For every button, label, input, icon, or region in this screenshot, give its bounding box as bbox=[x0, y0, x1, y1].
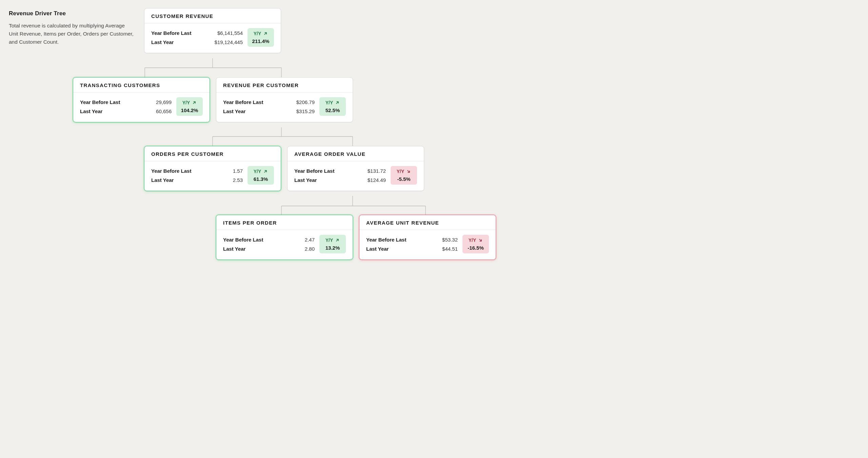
metric-label-ly: Last Year bbox=[366, 246, 389, 252]
arrow-up-right-icon bbox=[263, 31, 268, 36]
metric-label-ly: Last Year bbox=[151, 39, 174, 45]
page-title: Revenue Driver Tree bbox=[9, 10, 134, 17]
yoy-label: Y/Y bbox=[182, 100, 190, 105]
node-transacting-customers: TRANSACTING CUSTOMERS Year Before Last29… bbox=[73, 77, 210, 122]
arrow-up-right-icon bbox=[263, 169, 268, 174]
node-title: ITEMS PER ORDER bbox=[216, 215, 353, 230]
metric-value-ybl: $6,141,554 bbox=[217, 30, 243, 36]
metric-value-ly: $44.51 bbox=[442, 246, 458, 252]
metric-value-ly: 2.53 bbox=[233, 177, 243, 183]
yoy-badge: Y/Y 52.5% bbox=[319, 97, 346, 116]
metric-value-ybl: $206.79 bbox=[296, 99, 315, 105]
yoy-percent: 13.2% bbox=[326, 245, 340, 251]
yoy-percent: -16.5% bbox=[468, 245, 484, 251]
metric-value-ybl: $53.32 bbox=[442, 237, 458, 243]
intro-panel: Revenue Driver Tree Total revenue is cal… bbox=[9, 10, 134, 46]
metric-label-ly: Last Year bbox=[80, 108, 102, 114]
arrow-down-right-icon bbox=[406, 169, 411, 174]
node-items-per-order: ITEMS PER ORDER Year Before Last2.47 Las… bbox=[216, 215, 353, 260]
metric-label-ybl: Year Before Last bbox=[366, 237, 406, 243]
arrow-up-right-icon bbox=[335, 238, 340, 243]
metric-label-ybl: Year Before Last bbox=[223, 99, 263, 105]
yoy-label: Y/Y bbox=[254, 31, 261, 36]
metric-label-ybl: Year Before Last bbox=[294, 168, 334, 174]
arrow-up-right-icon bbox=[192, 100, 197, 105]
yoy-percent: -5.5% bbox=[397, 176, 410, 182]
metric-value-ybl: 1.57 bbox=[233, 168, 243, 174]
metric-label-ybl: Year Before Last bbox=[80, 99, 120, 105]
node-title: CUSTOMER REVENUE bbox=[144, 8, 281, 23]
metric-label-ly: Last Year bbox=[294, 177, 317, 183]
node-average-unit-revenue: AVERAGE UNIT REVENUE Year Before Last$53… bbox=[359, 215, 496, 260]
node-title: REVENUE PER CUSTOMER bbox=[216, 78, 353, 92]
metric-value-ybl: $131.72 bbox=[368, 168, 386, 174]
node-title: AVERAGE ORDER VALUE bbox=[288, 146, 424, 161]
yoy-percent: 52.5% bbox=[326, 107, 340, 113]
yoy-badge: Y/Y 104.2% bbox=[176, 97, 203, 116]
yoy-label: Y/Y bbox=[326, 100, 333, 105]
metric-value-ly: $124.49 bbox=[368, 177, 386, 183]
yoy-percent: 61.3% bbox=[254, 176, 268, 182]
metric-value-ly: $19,124,445 bbox=[215, 39, 243, 45]
yoy-label: Y/Y bbox=[469, 237, 476, 243]
yoy-label: Y/Y bbox=[397, 169, 405, 174]
metric-label-ybl: Year Before Last bbox=[223, 237, 263, 243]
yoy-badge: Y/Y 13.2% bbox=[319, 235, 346, 253]
yoy-badge: Y/Y 211.4% bbox=[248, 28, 274, 47]
metric-value-ybl: 29,699 bbox=[156, 99, 172, 105]
metric-value-ly: 60,656 bbox=[156, 108, 172, 114]
metric-value-ly: $315.29 bbox=[296, 108, 315, 114]
node-title: ORDERS PER CUSTOMER bbox=[144, 146, 281, 161]
yoy-label: Y/Y bbox=[254, 169, 261, 174]
node-customer-revenue: CUSTOMER REVENUE Year Before Last$6,141,… bbox=[144, 8, 281, 53]
yoy-badge: Y/Y -5.5% bbox=[391, 166, 417, 185]
node-title: TRANSACTING CUSTOMERS bbox=[73, 78, 210, 92]
metric-value-ybl: 2.47 bbox=[305, 237, 315, 243]
node-revenue-per-customer: REVENUE PER CUSTOMER Year Before Last$20… bbox=[216, 77, 353, 122]
node-title: AVERAGE UNIT REVENUE bbox=[359, 215, 496, 230]
metric-label-ly: Last Year bbox=[151, 177, 174, 183]
metric-label-ly: Last Year bbox=[223, 246, 245, 252]
yoy-badge: Y/Y -16.5% bbox=[462, 235, 489, 253]
yoy-percent: 104.2% bbox=[181, 107, 198, 113]
node-average-order-value: AVERAGE ORDER VALUE Year Before Last$131… bbox=[287, 146, 424, 191]
yoy-badge: Y/Y 61.3% bbox=[248, 166, 274, 185]
metric-label-ybl: Year Before Last bbox=[151, 168, 191, 174]
page-description: Total revenue is calculated by multiplyi… bbox=[9, 22, 134, 46]
metric-value-ly: 2.80 bbox=[305, 246, 315, 252]
arrow-up-right-icon bbox=[335, 100, 340, 105]
node-orders-per-customer: ORDERS PER CUSTOMER Year Before Last1.57… bbox=[144, 146, 281, 191]
arrow-down-right-icon bbox=[478, 238, 483, 243]
metric-label-ybl: Year Before Last bbox=[151, 30, 191, 36]
yoy-percent: 211.4% bbox=[252, 38, 270, 44]
metric-label-ly: Last Year bbox=[223, 108, 245, 114]
yoy-label: Y/Y bbox=[326, 237, 333, 243]
